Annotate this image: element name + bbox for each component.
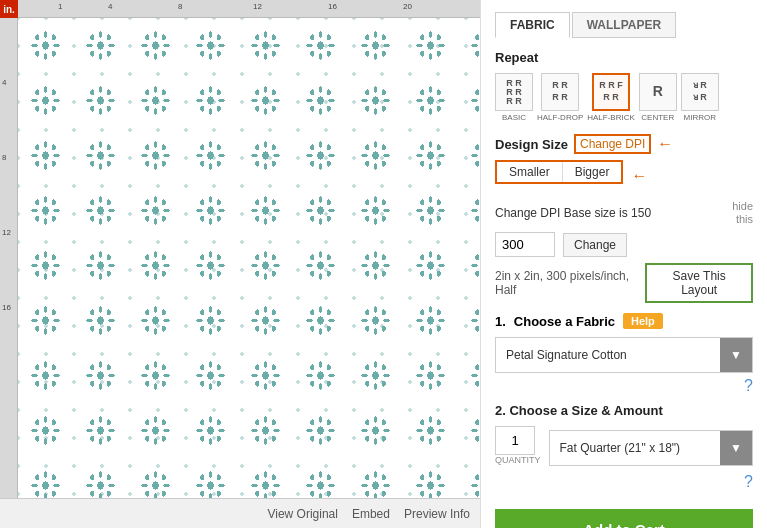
size-select[interactable]: Fat Quarter (21" x 18") ▼ bbox=[549, 430, 753, 466]
design-size-row: Design Size Change DPI ← bbox=[495, 134, 753, 154]
hide-link[interactable]: hide this bbox=[732, 200, 753, 226]
bigger-button[interactable]: Bigger bbox=[563, 162, 622, 182]
repeat-mirror-icon: ᴚ Rᴚ R bbox=[681, 73, 719, 111]
smaller-button[interactable]: Smaller bbox=[497, 162, 563, 182]
quantity-input[interactable] bbox=[495, 426, 535, 455]
ruler-mark-12: 12 bbox=[253, 2, 262, 11]
save-layout-button[interactable]: Save This Layout bbox=[645, 263, 753, 303]
ruler-mark-16: 16 bbox=[328, 2, 337, 11]
quantity-label: QUANTITY bbox=[495, 455, 541, 465]
size-section-num: 2. bbox=[495, 403, 506, 418]
repeat-half-drop-label: HALF-DROP bbox=[537, 113, 583, 122]
repeat-center[interactable]: R CENTER bbox=[639, 73, 677, 122]
ruler-vmark-16: 16 bbox=[2, 303, 11, 312]
design-size-label: Design Size bbox=[495, 137, 568, 152]
size-select-text: Fat Quarter (21" x 18") bbox=[550, 434, 720, 462]
dpi-input-row: Change bbox=[495, 232, 753, 257]
size-row: QUANTITY Fat Quarter (21" x 18") ▼ bbox=[495, 426, 753, 469]
fabric-question-icon[interactable]: ? bbox=[495, 377, 753, 395]
repeat-half-brick-label: HALF-BRICK bbox=[587, 113, 635, 122]
choose-fabric-section: 1. Choose a Fabric Help Petal Signature … bbox=[495, 313, 753, 395]
size-question-icon[interactable]: ? bbox=[495, 473, 753, 491]
arrow-right-indicator: ← bbox=[657, 135, 673, 153]
ruler-mark-8: 8 bbox=[178, 2, 182, 11]
arrow-left-indicator: ← bbox=[631, 167, 647, 185]
ruler-mark-1: 1 bbox=[58, 2, 62, 11]
repeat-basic-icon: R RR RR R bbox=[495, 73, 533, 111]
add-to-cart-button[interactable]: Add to Cart bbox=[495, 509, 753, 528]
fabric-header: 1. Choose a Fabric Help bbox=[495, 313, 753, 329]
fabric-preview-panel: in. 1 4 8 12 16 20 4 8 12 16 View Origin… bbox=[0, 0, 480, 528]
repeat-mirror[interactable]: ᴚ Rᴚ R MIRROR bbox=[681, 73, 719, 122]
dpi-base-text: Change DPI Base size is 150 bbox=[495, 206, 651, 220]
tab-wallpaper[interactable]: WALLPAPER bbox=[572, 12, 676, 38]
repeat-basic[interactable]: R RR RR R BASIC bbox=[495, 73, 533, 122]
size-buttons: Smaller Bigger bbox=[495, 160, 623, 184]
repeat-half-drop[interactable]: R R R R HALF-DROP bbox=[537, 73, 583, 122]
ruler-mark-20: 20 bbox=[403, 2, 412, 11]
size-section-header: 2. Choose a Size & Amount bbox=[495, 403, 753, 418]
size-dropdown-arrow[interactable]: ▼ bbox=[720, 431, 752, 465]
fabric-select-text: Petal Signature Cotton bbox=[496, 341, 720, 369]
fabric-select[interactable]: Petal Signature Cotton ▼ bbox=[495, 337, 753, 373]
fabric-section-title: Choose a Fabric bbox=[514, 314, 615, 329]
layout-info-row: 2in x 2in, 300 pixels/inch, Half Save Th… bbox=[495, 263, 753, 303]
fabric-section-num: 1. bbox=[495, 314, 506, 329]
right-panel: FABRIC WALLPAPER Repeat R RR RR R BASIC … bbox=[480, 0, 767, 528]
repeat-half-brick[interactable]: R R FR R HALF-BRICK bbox=[587, 73, 635, 122]
ruler-vmark-4: 4 bbox=[2, 78, 6, 87]
repeat-half-brick-icon: R R FR R bbox=[592, 73, 630, 111]
fabric-pattern-area bbox=[18, 18, 480, 498]
help-badge[interactable]: Help bbox=[623, 313, 663, 329]
dpi-input[interactable] bbox=[495, 232, 555, 257]
repeat-center-label: CENTER bbox=[641, 113, 674, 122]
repeat-center-icon: R bbox=[639, 73, 677, 111]
ruler-top: 1 4 8 12 16 20 bbox=[18, 0, 480, 18]
repeat-mirror-label: MIRROR bbox=[684, 113, 716, 122]
size-section-title: Choose a Size & Amount bbox=[509, 403, 662, 418]
ruler-mark-4: 4 bbox=[108, 2, 112, 11]
repeat-half-drop-icon: R R R R bbox=[541, 73, 579, 111]
tabs: FABRIC WALLPAPER bbox=[495, 12, 753, 38]
bottom-bar: View Original Embed Preview Info bbox=[0, 498, 480, 528]
repeat-title: Repeat bbox=[495, 50, 753, 65]
ruler-left: 4 8 12 16 bbox=[0, 18, 18, 498]
tab-fabric[interactable]: FABRIC bbox=[495, 12, 570, 38]
fabric-pattern bbox=[18, 18, 480, 498]
preview-info-link[interactable]: Preview Info bbox=[404, 507, 470, 521]
repeat-basic-label: BASIC bbox=[502, 113, 526, 122]
repeat-options: R RR RR R BASIC R R R R HALF-DROP R R FR… bbox=[495, 73, 753, 122]
view-original-link[interactable]: View Original bbox=[267, 507, 337, 521]
ruler-vmark-8: 8 bbox=[2, 153, 6, 162]
dpi-info-row: Change DPI Base size is 150 hide this bbox=[495, 200, 753, 226]
ruler-vmark-12: 12 bbox=[2, 228, 11, 237]
choose-size-section: 2. Choose a Size & Amount QUANTITY Fat Q… bbox=[495, 403, 753, 491]
change-dpi-link[interactable]: Change DPI bbox=[574, 134, 651, 154]
in-logo: in. bbox=[0, 0, 18, 18]
layout-text: 2in x 2in, 300 pixels/inch, Half bbox=[495, 269, 645, 297]
embed-link[interactable]: Embed bbox=[352, 507, 390, 521]
fabric-dropdown-arrow[interactable]: ▼ bbox=[720, 338, 752, 372]
change-dpi-button[interactable]: Change bbox=[563, 233, 627, 257]
